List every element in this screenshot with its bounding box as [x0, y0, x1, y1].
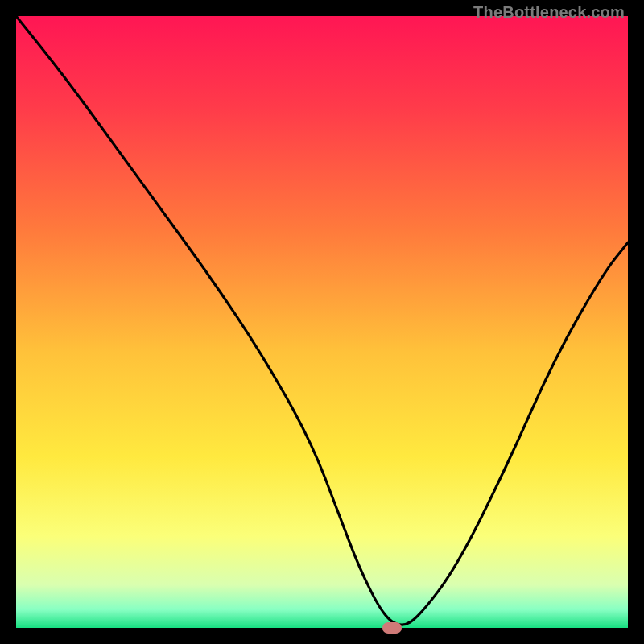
optimal-point-marker [382, 622, 402, 634]
chart-background [16, 16, 628, 628]
watermark-text: TheBottleneck.com [473, 3, 625, 22]
bottleneck-chart [16, 16, 628, 628]
